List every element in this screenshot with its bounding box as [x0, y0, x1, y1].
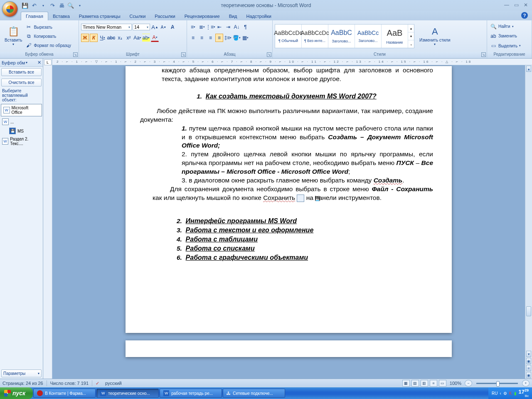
align-right-button[interactable]: ≡ — [207, 34, 214, 42]
clip-item[interactable]: 💾MS — [0, 126, 43, 135]
zoom-value[interactable]: 100% — [450, 381, 461, 386]
style-heading2[interactable]: AaBbCcЗаголово... — [355, 25, 382, 48]
taskbar-item[interactable]: 🖧Сетевые подключе... — [223, 389, 285, 398]
start-button[interactable]: пуск — [0, 387, 33, 399]
paste-button[interactable]: 📋 Вставить ▾ — [2, 22, 25, 51]
taskbar-item[interactable]: В Контакте | Фарма... — [33, 389, 96, 398]
format-painter-button[interactable]: 🖌Формат по образцу — [25, 42, 72, 49]
clip-item[interactable]: WРаздел 2. Текс.... — [0, 135, 43, 147]
show-marks-button[interactable]: ¶ — [241, 23, 249, 31]
underline-button[interactable]: Ч▾ — [99, 34, 106, 42]
paste-all-button[interactable]: Вставить все — [1, 68, 42, 76]
undo-icon[interactable]: ↶ — [31, 2, 37, 9]
style-title[interactable]: AaBНазвание — [382, 25, 408, 48]
clipboard-pane-close-icon[interactable]: ✕ — [37, 60, 41, 65]
dialog-launcher-icon[interactable]: ↘ — [181, 52, 186, 57]
word-count[interactable]: Число слов: 7 191 — [50, 381, 89, 386]
tab-home[interactable]: Главная — [21, 12, 48, 20]
sort-button[interactable]: A↓ — [233, 23, 241, 31]
tray-arrow-icon[interactable]: ‹ — [500, 391, 501, 396]
close-icon[interactable]: ✕ — [522, 2, 530, 8]
numbering-button[interactable]: ≣▾ — [198, 23, 206, 31]
italic-button[interactable]: К — [90, 34, 98, 42]
system-tray[interactable]: RU ‹ ⚙ K ▮ 1729 Вс — [488, 387, 532, 399]
find-button[interactable]: 🔍Найти▾ — [489, 23, 530, 30]
shrink-font-button[interactable]: A▼ — [160, 23, 167, 31]
page-indicator[interactable]: Страница: 24 из 26 — [2, 381, 43, 386]
view-draft-icon[interactable]: ▭ — [439, 380, 446, 387]
shading-button[interactable]: 🪣▾ — [233, 34, 241, 42]
tab-references[interactable]: Ссылки — [125, 12, 150, 20]
taskbar-item[interactable]: Wрабочая тетрадь ре... — [160, 389, 222, 398]
tray-icon[interactable]: ▮ — [514, 391, 517, 396]
restore-icon[interactable]: ▭ — [512, 2, 520, 8]
indent-dec-button[interactable]: ⇤ — [215, 23, 223, 31]
vertical-scrollbar[interactable]: ▴ ▾ ◉ ≡ ◉ — [525, 65, 532, 379]
grow-font-button[interactable]: A▲ — [151, 23, 159, 31]
style-normal[interactable]: AaBbCcDc¶ Обычный — [275, 25, 302, 48]
tray-icon[interactable]: ⚙ — [503, 391, 507, 396]
zoom-slider[interactable] — [476, 383, 518, 384]
minimize-icon[interactable]: — — [503, 2, 510, 8]
align-justify-button[interactable]: ≡ — [215, 34, 223, 42]
print-preview-icon[interactable]: 🔍 — [67, 2, 74, 9]
save-icon[interactable]: 💾 — [22, 2, 28, 9]
copy-button[interactable]: ⧉Копировать — [25, 33, 72, 39]
dialog-launcher-icon[interactable]: ↘ — [267, 52, 271, 57]
scroll-up-icon[interactable]: ▴ — [526, 66, 531, 72]
language-indicator[interactable]: русский — [105, 381, 121, 386]
document-viewport[interactable]: каждого абзаца определенным образом, выб… — [52, 65, 525, 379]
font-color-button[interactable]: A▾ — [151, 34, 159, 42]
tab-insert[interactable]: Вставка — [48, 12, 74, 20]
align-center-button[interactable]: ≡ — [198, 34, 206, 42]
zoom-out-button[interactable]: − — [465, 380, 472, 387]
zoom-in-button[interactable]: + — [522, 380, 530, 387]
clip-item[interactable]: W... — [0, 117, 43, 126]
tray-icon[interactable]: K — [509, 391, 512, 396]
tab-view[interactable]: Вид — [224, 12, 242, 20]
tab-selector-button[interactable]: L — [44, 59, 52, 65]
clear-all-button[interactable]: Очистить все — [1, 79, 42, 86]
lang-indicator[interactable]: RU — [492, 391, 498, 396]
redo-icon[interactable]: ↷ — [49, 2, 56, 9]
superscript-button[interactable]: x² — [125, 34, 133, 42]
clock[interactable]: 1729 Вс — [519, 389, 529, 397]
office-button[interactable] — [2, 1, 18, 17]
clear-format-button[interactable]: A̷ — [168, 23, 176, 31]
align-left-button[interactable]: ≡ — [189, 34, 197, 42]
strike-button[interactable]: abc — [107, 34, 115, 42]
line-spacing-button[interactable]: ‡≡▾ — [224, 34, 232, 42]
style-gallery[interactable]: AaBbCcDc¶ Обычный AaBbCcDc¶ Без инте... … — [275, 24, 414, 48]
cut-button[interactable]: ✂Вырезать — [25, 24, 72, 30]
style-nospacing[interactable]: AaBbCcDc¶ Без инте... — [302, 25, 328, 48]
gallery-up-icon[interactable]: ▴ — [408, 25, 414, 32]
prev-page-icon[interactable]: ◉ — [526, 358, 531, 364]
help-icon[interactable]: ? — [521, 12, 528, 19]
print-icon[interactable]: 🖶 — [58, 2, 65, 9]
select-button[interactable]: ▭Выделить▾ — [489, 42, 530, 49]
font-size-combo[interactable]: 14▾ — [133, 24, 150, 30]
style-heading1[interactable]: AaBbCЗаголово... — [328, 25, 355, 48]
tab-addins[interactable]: Надстройки — [242, 12, 276, 20]
font-name-combo[interactable]: Times New Roman▾ — [81, 24, 132, 30]
gallery-down-icon[interactable]: ▾ — [408, 32, 414, 40]
bold-button[interactable]: Ж — [81, 34, 89, 42]
dialog-launcher-icon[interactable]: ↘ — [73, 52, 78, 57]
tab-mailings[interactable]: Рассылки — [150, 12, 180, 20]
view-web-icon[interactable]: ▥ — [421, 380, 428, 387]
tab-review[interactable]: Рецензирование — [180, 12, 224, 20]
next-page-icon[interactable]: ◉ — [526, 372, 531, 378]
tab-layout[interactable]: Разметка страницы — [74, 12, 125, 20]
browse-object-icon[interactable]: ≡ — [526, 365, 531, 371]
multilevel-button[interactable]: ⋮≡▾ — [207, 23, 214, 31]
change-styles-button[interactable]: A Изменить стили▾ — [417, 25, 453, 47]
view-print-icon[interactable]: ▦ — [402, 380, 410, 387]
horizontal-ruler[interactable]: 2 · ⌐ · 1 · ⌐ · ▽ · ⌐ · 1 · ⌐ · 2 · ⌐ · … — [52, 59, 532, 65]
spell-check-icon[interactable]: ✓ — [96, 381, 99, 386]
qat-dropdown-icon[interactable]: ▾ — [76, 2, 83, 9]
taskbar-item[interactable]: Wтеоретические осно... — [96, 389, 159, 398]
view-read-icon[interactable]: ▤ — [411, 380, 419, 387]
indent-inc-button[interactable]: ⇥ — [224, 23, 232, 31]
undo-dropdown-icon[interactable]: ▾ — [40, 2, 47, 9]
bullets-button[interactable]: ≡▾ — [189, 23, 197, 31]
